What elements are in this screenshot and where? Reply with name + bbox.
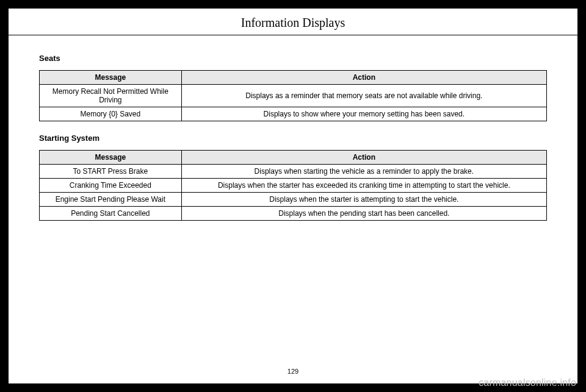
cell-message: Cranking Time Exceeded [40, 179, 182, 193]
cell-action: Displays as a reminder that memory seats… [181, 85, 546, 107]
col-header-action: Action [181, 151, 546, 165]
col-header-message: Message [40, 151, 182, 165]
seats-table: Message Action Memory Recall Not Permitt… [39, 70, 547, 121]
cell-message: To START Press Brake [40, 165, 182, 179]
manual-page: Information Displays Seats Message Actio… [9, 9, 577, 383]
table-row: Cranking Time Exceeded Displays when the… [40, 179, 547, 193]
section-heading-starting: Starting System [39, 134, 547, 143]
table-header-row: Message Action [40, 151, 547, 165]
table-row: To START Press Brake Displays when start… [40, 165, 547, 179]
table-row: Engine Start Pending Please Wait Display… [40, 193, 547, 207]
page-content: Seats Message Action Memory Recall Not P… [9, 35, 577, 368]
cell-message: Pending Start Cancelled [40, 207, 182, 221]
col-header-message: Message [40, 71, 182, 85]
cell-action: Displays when the starter is attempting … [181, 193, 546, 207]
page-title: Information Displays [9, 9, 577, 35]
table-row: Memory {0} Saved Displays to show where … [40, 107, 547, 121]
cell-message: Memory {0} Saved [40, 107, 182, 121]
cell-action: Displays to show where your memory setti… [181, 107, 546, 121]
table-row: Pending Start Cancelled Displays when th… [40, 207, 547, 221]
watermark: carmanualsonline.info [479, 377, 576, 388]
cell-action: Displays when starting the vehicle as a … [181, 165, 546, 179]
cell-message: Engine Start Pending Please Wait [40, 193, 182, 207]
cell-action: Displays when the pending start has been… [181, 207, 546, 221]
cell-action: Displays when the starter has exceeded i… [181, 179, 546, 193]
table-row: Memory Recall Not Permitted While Drivin… [40, 85, 547, 107]
col-header-action: Action [181, 71, 546, 85]
section-heading-seats: Seats [39, 54, 547, 63]
table-header-row: Message Action [40, 71, 547, 85]
starting-table: Message Action To START Press Brake Disp… [39, 150, 547, 221]
cell-message: Memory Recall Not Permitted While Drivin… [40, 85, 182, 107]
